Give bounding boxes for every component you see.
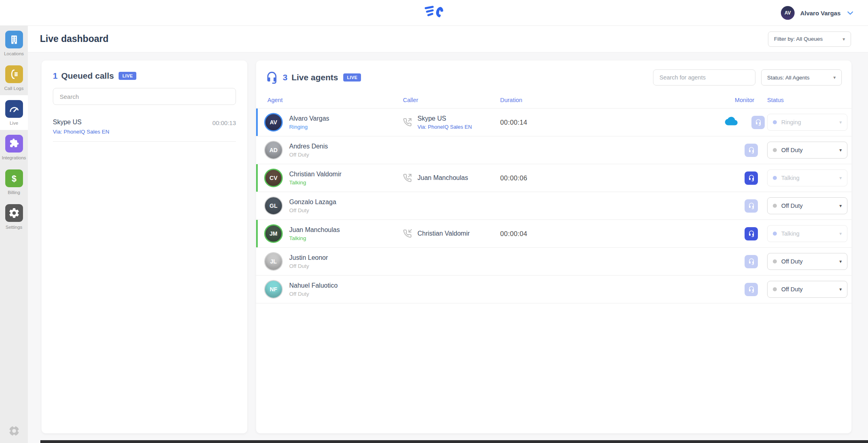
- sidebar-item-label: Live: [10, 121, 18, 125]
- agent-avatar: JL: [264, 252, 283, 271]
- dropdown-caret-icon: ▾: [839, 259, 842, 264]
- salesforce-cloud-icon[interactable]: [724, 116, 738, 129]
- monitor-button[interactable]: [745, 199, 758, 213]
- caller-cell: [403, 149, 500, 151]
- call-duration: 00:00:14: [500, 119, 722, 126]
- caller-cell: [403, 205, 500, 207]
- live-gauge-icon: [5, 100, 23, 118]
- status-label: Ringing: [781, 119, 839, 125]
- status-cell: Off Duty ▾: [767, 197, 851, 214]
- queued-calls-header: 1 Queued calls LIVE: [53, 71, 236, 81]
- status-dot: [773, 287, 777, 291]
- agent-status-dropdown[interactable]: Talking ▾: [767, 225, 847, 242]
- outgoing-call-icon: [403, 118, 412, 127]
- agent-row: AD Andres Denis Off Duty Off Duty ▾: [256, 136, 851, 164]
- agent-status-dropdown[interactable]: Off Duty ▾: [767, 253, 847, 270]
- monitor-button[interactable]: [745, 283, 758, 296]
- billing-icon: $: [5, 169, 23, 187]
- agent-name: Gonzalo Lazaga: [289, 199, 336, 206]
- agent-avatar: CV: [264, 169, 283, 187]
- sidebar-item-label: Call Logs: [4, 86, 24, 91]
- call-duration: 00:00:04: [500, 230, 722, 238]
- dropdown-caret-icon: ▾: [839, 147, 842, 153]
- call-state-stripe: [256, 248, 258, 275]
- agent-status-dropdown[interactable]: Off Duty ▾: [767, 142, 847, 159]
- agent-state: Talking: [289, 235, 340, 241]
- agent-status-dropdown[interactable]: Off Duty ▾: [767, 197, 847, 214]
- status-cell: Off Duty ▾: [767, 142, 851, 159]
- status-dot: [773, 204, 777, 208]
- sidebar-item-locations[interactable]: Locations: [0, 26, 28, 61]
- monitor-button[interactable]: [745, 171, 758, 185]
- content: 1 Queued calls LIVE Skype US Via: PhoneI…: [28, 52, 868, 433]
- queued-call-row[interactable]: Skype US Via: PhoneIQ Sales EN 00:00:13: [53, 119, 236, 142]
- monitor-button[interactable]: [745, 227, 758, 240]
- monitor-button[interactable]: [745, 144, 758, 157]
- sidebar-item-call-logs[interactable]: Call Logs: [0, 61, 28, 95]
- agent-status-dropdown[interactable]: Ringing ▾: [767, 114, 847, 131]
- agent-row: NF Nahuel Faluotico Off Duty Off Duty ▾: [256, 276, 851, 303]
- status-label: Off Duty: [781, 286, 839, 293]
- dropdown-caret-icon: ▾: [828, 75, 836, 80]
- agent-name: Nahuel Faluotico: [289, 282, 338, 289]
- live-agents-title: Live agents: [292, 73, 338, 82]
- dropdown-caret-icon: ▾: [837, 36, 845, 42]
- agent-cell: AV Alvaro Vargas Ringing: [264, 113, 403, 132]
- dropdown-caret-icon: ▾: [839, 175, 842, 181]
- sidebar-item-label: Locations: [4, 51, 24, 56]
- status-filter-dropdown[interactable]: Status: All Agents ▾: [761, 69, 842, 86]
- agent-avatar: GL: [264, 196, 283, 215]
- sidebar-item-label: Settings: [6, 225, 23, 230]
- status-cell: Off Duty ▾: [767, 253, 851, 270]
- queued-call-via: Via: PhoneIQ Sales EN: [53, 129, 109, 135]
- sidebar-item-label: Integrations: [2, 155, 26, 160]
- outgoing-call-icon: [403, 173, 412, 182]
- sidebar: Locations Call Logs Live Integrations $ …: [0, 26, 28, 443]
- agent-state: Talking: [289, 180, 342, 186]
- status-cell: Talking ▾: [767, 169, 851, 186]
- status-dot: [773, 259, 777, 263]
- agent-avatar: AV: [264, 113, 283, 132]
- main-header: Live dashboard Filter by: All Queues ▾: [28, 26, 868, 52]
- live-agents-header: 3 Live agents LIVE Status: All Agents ▾: [256, 69, 851, 86]
- sidebar-items: Locations Call Logs Live Integrations $ …: [0, 26, 28, 234]
- sidebar-item-live[interactable]: Live: [0, 95, 28, 130]
- queue-filter-dropdown[interactable]: Filter by: All Queues ▾: [768, 31, 851, 47]
- agent-status-dropdown[interactable]: Off Duty ▾: [767, 281, 847, 298]
- sidebar-item-billing[interactable]: $ Billing: [0, 165, 28, 199]
- window-bottom-edge: [40, 440, 868, 443]
- topbar: AV Alvaro Vargas: [0, 0, 868, 26]
- agent-row: JM Juan Manchoulas Talking Christian Val…: [256, 220, 851, 248]
- queued-calls-search-input[interactable]: [53, 88, 236, 105]
- agent-avatar: AD: [264, 141, 283, 159]
- status-label: Off Duty: [781, 258, 839, 265]
- status-dot: [773, 232, 777, 236]
- dropdown-caret-icon: ▾: [839, 231, 842, 236]
- caller-name: Skype US: [417, 115, 472, 122]
- queued-call-duration: 00:00:13: [213, 119, 236, 135]
- agent-name: Christian Valdomir: [289, 171, 342, 178]
- agent-state: Off Duty: [289, 207, 336, 213]
- user-name: Alvaro Vargas: [800, 10, 841, 17]
- agents-search-input[interactable]: [653, 69, 755, 86]
- sidebar-item-integrations[interactable]: Integrations: [0, 130, 28, 165]
- column-caller: Caller: [403, 97, 500, 103]
- status-cell: Off Duty ▾: [767, 281, 851, 298]
- queued-calls-count: 1: [53, 71, 58, 81]
- agent-row: CV Christian Valdomir Talking Juan Manch…: [256, 164, 851, 192]
- status-cell: Talking ▾: [767, 225, 851, 242]
- column-monitor: Monitor: [722, 97, 767, 103]
- help-lifebuoy-icon[interactable]: [0, 424, 28, 437]
- caller-cell: Skype US Via: PhoneIQ Sales EN: [403, 115, 500, 130]
- monitor-button[interactable]: [751, 116, 765, 129]
- agent-name: Andres Denis: [289, 143, 328, 150]
- user-avatar: AV: [781, 6, 795, 20]
- agent-avatar: JM: [264, 224, 283, 243]
- queue-filter-label: Filter by: All Queues: [774, 36, 823, 42]
- user-menu[interactable]: AV Alvaro Vargas: [781, 0, 854, 26]
- sidebar-item-settings[interactable]: Settings: [0, 199, 28, 234]
- caller-name: Juan Manchoulas: [417, 174, 468, 182]
- monitor-button[interactable]: [745, 255, 758, 268]
- agent-status-dropdown[interactable]: Talking ▾: [767, 169, 847, 186]
- status-cell: Ringing ▾: [767, 114, 851, 131]
